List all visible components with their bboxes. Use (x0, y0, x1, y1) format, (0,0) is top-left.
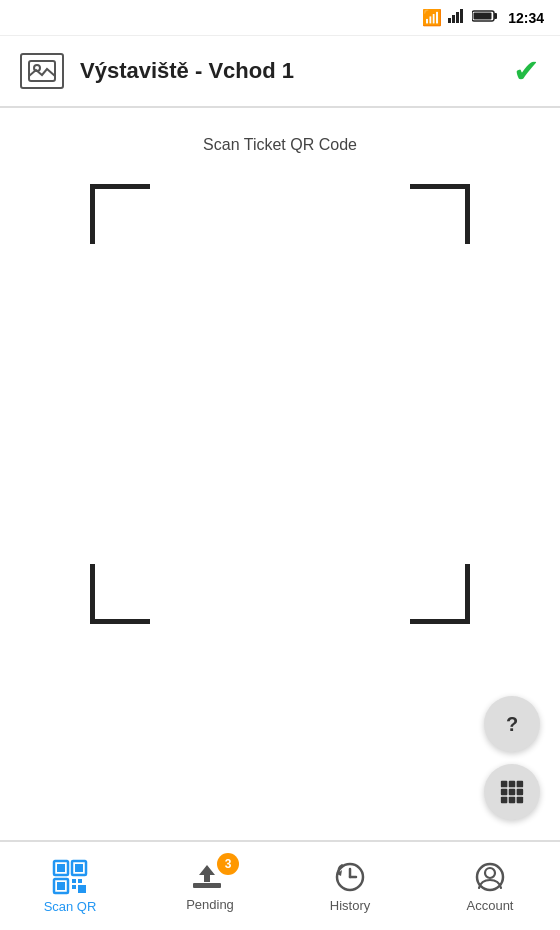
nav-item-account[interactable]: Account (420, 842, 560, 930)
nav-label-pending: Pending (186, 897, 234, 912)
nav-label-account: Account (467, 898, 514, 913)
svg-rect-6 (474, 13, 492, 20)
svg-point-33 (485, 868, 495, 878)
qr-code-icon (52, 859, 88, 895)
svg-marker-29 (199, 865, 215, 882)
header-image-icon (20, 53, 64, 89)
nav-item-history[interactable]: History (280, 842, 420, 930)
svg-rect-10 (509, 781, 516, 788)
svg-rect-2 (456, 12, 459, 23)
nav-item-scan-qr[interactable]: Scan QR (0, 842, 140, 930)
svg-rect-14 (517, 789, 524, 796)
svg-rect-23 (57, 882, 65, 890)
pending-icon-wrap: 3 (191, 861, 229, 893)
history-icon (333, 860, 367, 894)
svg-rect-24 (72, 879, 76, 883)
svg-rect-21 (75, 864, 83, 872)
signal-icon (448, 9, 466, 26)
help-button[interactable]: ? (484, 696, 540, 752)
svg-rect-27 (78, 885, 86, 893)
corner-bottom-left (90, 564, 150, 624)
svg-rect-5 (494, 13, 497, 19)
status-bar: 📶 12:34 (0, 0, 560, 36)
scan-instruction-label: Scan Ticket QR Code (203, 136, 357, 154)
svg-rect-13 (509, 789, 516, 796)
battery-icon (472, 9, 498, 26)
svg-rect-9 (501, 781, 508, 788)
header-title: Výstaviště - Vchod 1 (80, 58, 497, 84)
svg-rect-28 (193, 883, 221, 888)
bottom-navigation: Scan QR 3 Pending History (0, 840, 560, 930)
app-header: Výstaviště - Vchod 1 ✔ (0, 36, 560, 108)
svg-rect-15 (501, 797, 508, 804)
svg-rect-16 (509, 797, 516, 804)
nav-label-scan-qr: Scan QR (44, 899, 97, 914)
corner-top-left (90, 184, 150, 244)
svg-rect-3 (460, 9, 463, 23)
svg-rect-19 (57, 864, 65, 872)
check-icon: ✔ (513, 55, 540, 87)
svg-rect-11 (517, 781, 524, 788)
svg-rect-25 (78, 879, 82, 883)
account-icon (473, 860, 507, 894)
question-mark-icon: ? (506, 713, 518, 736)
pending-badge: 3 (217, 853, 239, 875)
svg-rect-1 (452, 15, 455, 23)
svg-rect-7 (29, 61, 55, 81)
time-display: 12:34 (508, 10, 544, 26)
scanner-frame (90, 184, 470, 624)
grid-icon (499, 779, 525, 805)
nav-item-pending[interactable]: 3 Pending (140, 842, 280, 930)
svg-rect-0 (448, 18, 451, 23)
corner-bottom-right (410, 564, 470, 624)
svg-rect-17 (517, 797, 524, 804)
svg-rect-26 (72, 885, 76, 889)
svg-rect-12 (501, 789, 508, 796)
grid-button[interactable] (484, 764, 540, 820)
corner-top-right (410, 184, 470, 244)
wifi-icon: 📶 (422, 8, 442, 27)
fab-group: ? (484, 696, 540, 820)
nav-label-history: History (330, 898, 370, 913)
main-scan-area: Scan Ticket QR Code ? (0, 108, 560, 840)
